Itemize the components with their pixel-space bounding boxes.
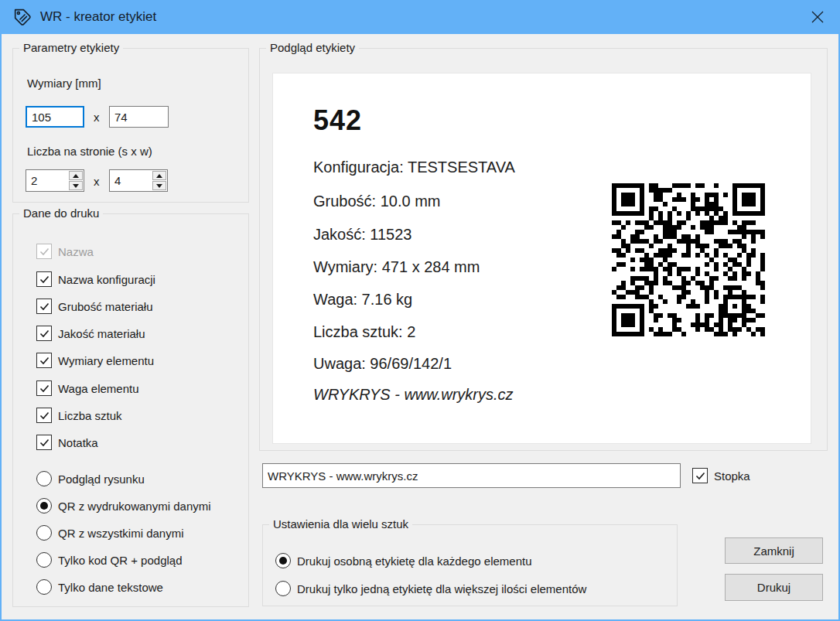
cols-down-icon[interactable] xyxy=(69,181,83,190)
label-preview: 542 Konfiguracja: TESTSESTAVA Grubość: 1… xyxy=(272,73,811,444)
preview-line-jakosc: Jakość: 11523 xyxy=(313,226,412,244)
checkbox-nazwa-konfiguracji[interactable] xyxy=(36,271,52,287)
radio-label: Podgląd rysunku xyxy=(58,473,145,486)
checkbox-label: Waga elementu xyxy=(58,382,139,395)
multi-settings-group: Ustawienia dla wielu sztuk Drukuj osobną… xyxy=(262,524,678,606)
checkbox-row-notatka[interactable]: Notatka xyxy=(36,434,98,451)
checkbox-notatka[interactable] xyxy=(36,435,52,450)
preview-line-waga: Waga: 7.16 kg xyxy=(313,291,412,309)
radio-osobna-etykieta[interactable] xyxy=(275,553,291,568)
preview-group: Podgląd etykiety 542 Konfiguracja: TESTS… xyxy=(259,48,828,451)
checkbox-label: Jakość materiału xyxy=(58,327,145,340)
preview-footer-text: WRYKRYS - www.wrykrys.cz xyxy=(313,386,514,404)
rows-stepper[interactable]: 4 xyxy=(109,169,168,192)
radio-jedna-etykieta[interactable] xyxy=(275,581,291,596)
window-title: WR - kreator etykiet xyxy=(40,9,156,25)
print-data-group-title: Dane do druku xyxy=(19,206,103,220)
radio-row-osobna-etykieta[interactable]: Drukuj osobną etykietę dla każdego eleme… xyxy=(275,552,532,569)
footer-text-input[interactable] xyxy=(262,463,681,488)
checkbox-row-stopka[interactable]: Stopka xyxy=(692,467,750,484)
checkbox-stopka[interactable] xyxy=(692,468,708,483)
checkbox-label: Grubość materiału xyxy=(58,300,153,313)
checkbox-grubosc[interactable] xyxy=(36,299,52,314)
radio-label: QR z wydrukowanymi danymi xyxy=(58,500,211,513)
checkbox-label: Stopka xyxy=(714,469,750,483)
radio-label: Tylko dane tekstowe xyxy=(58,581,163,594)
radio-row-tylko-qr-podglad[interactable]: Tylko kod QR + podgląd xyxy=(36,551,183,568)
print-button[interactable]: Drukuj xyxy=(725,574,823,601)
preview-line-wymiary: Wymiary: 471 x 284 mm xyxy=(313,258,480,276)
checkbox-row-jakosc[interactable]: Jakość materiału xyxy=(36,325,145,342)
radio-qr-wszystkie[interactable] xyxy=(36,525,52,541)
radio-label: QR z wszystkimi danymi xyxy=(58,527,184,540)
checkbox-nazwa xyxy=(36,244,52,259)
print-data-group: Dane do druku Nazwa Nazwa konfiguracji G… xyxy=(12,213,249,607)
radio-row-podglad-rysunku[interactable]: Podgląd rysunku xyxy=(36,470,145,487)
checkbox-label: Nazwa xyxy=(58,245,94,258)
radio-podglad-rysunku[interactable] xyxy=(36,471,52,486)
rows-value: 4 xyxy=(110,170,152,191)
preview-group-title: Podgląd etykiety xyxy=(266,41,359,54)
checkbox-label: Notatka xyxy=(58,436,98,449)
checkbox-row-nazwa-konfiguracji[interactable]: Nazwa konfiguracji xyxy=(36,271,155,288)
checkbox-row-waga[interactable]: Waga elementu xyxy=(36,380,139,397)
tag-icon xyxy=(12,7,32,27)
rows-up-icon[interactable] xyxy=(152,171,166,180)
dimensions-separator: x xyxy=(94,111,100,124)
checkbox-liczba-sztuk[interactable] xyxy=(36,408,52,423)
multi-settings-group-title: Ustawienia dla wielu sztuk xyxy=(269,517,412,531)
radio-row-tylko-dane[interactable]: Tylko dane tekstowe xyxy=(36,578,163,595)
radio-tylko-dane[interactable] xyxy=(36,579,52,595)
qr-code-icon xyxy=(612,183,765,336)
close-icon[interactable] xyxy=(795,0,840,34)
checkbox-label: Nazwa konfiguracji xyxy=(58,273,155,286)
checkbox-row-nazwa[interactable]: Nazwa xyxy=(36,243,94,260)
checkbox-label: Wymiary elementu xyxy=(58,354,154,367)
dimensions-label: Wymiary [mm] xyxy=(27,77,101,90)
close-button[interactable]: Zamknij xyxy=(725,537,823,564)
radio-label: Tylko kod QR + podgląd xyxy=(58,554,183,567)
radio-label: Drukuj tylko jedną etykietę dla większej… xyxy=(297,582,586,595)
per-page-label: Liczba na stronie (s x w) xyxy=(27,145,152,158)
radio-row-jedna-etykieta[interactable]: Drukuj tylko jedną etykietę dla większej… xyxy=(275,580,586,597)
preview-line-konfiguracja: Konfiguracja: TESTSESTAVA xyxy=(313,159,515,176)
checkbox-wymiary[interactable] xyxy=(36,353,52,368)
checkbox-row-grubosc[interactable]: Grubość materiału xyxy=(36,298,153,315)
checkbox-waga[interactable] xyxy=(36,380,52,396)
radio-row-qr-wszystkie[interactable]: QR z wszystkimi danymi xyxy=(36,524,184,541)
cols-value: 2 xyxy=(26,170,69,191)
per-page-separator: x xyxy=(94,175,100,188)
checkbox-row-wymiary[interactable]: Wymiary elementu xyxy=(36,352,154,369)
radio-tylko-qr-podglad[interactable] xyxy=(36,552,52,568)
label-width-input[interactable] xyxy=(26,106,84,128)
titlebar: WR - kreator etykiet xyxy=(0,0,840,34)
radio-row-qr-wydrukowane[interactable]: QR z wydrukowanymi danymi xyxy=(36,497,211,514)
preview-line-grubosc: Grubość: 10.0 mm xyxy=(313,193,441,210)
checkbox-jakosc[interactable] xyxy=(36,326,52,341)
label-height-input[interactable] xyxy=(109,106,169,128)
checkbox-label: Liczba sztuk xyxy=(58,409,122,422)
params-group-title: Parametry etykiety xyxy=(19,41,123,54)
checkbox-row-liczba-sztuk[interactable]: Liczba sztuk xyxy=(36,407,122,424)
cols-up-icon[interactable] xyxy=(69,171,83,180)
radio-qr-wydrukowane[interactable] xyxy=(36,498,52,514)
order-number: 542 xyxy=(313,104,362,137)
rows-down-icon[interactable] xyxy=(152,181,166,190)
radio-label: Drukuj osobną etykietę dla każdego eleme… xyxy=(297,554,532,568)
label-creator-dialog: WR - kreator etykiet Parametry etykiety … xyxy=(0,0,840,621)
preview-line-uwaga: Uwaga: 96/69/142/1 xyxy=(313,355,452,373)
cols-stepper[interactable]: 2 xyxy=(26,169,84,192)
params-group: Parametry etykiety Wymiary [mm] x Liczba… xyxy=(12,48,249,203)
preview-line-liczba-sztuk: Liczba sztuk: 2 xyxy=(313,323,415,341)
